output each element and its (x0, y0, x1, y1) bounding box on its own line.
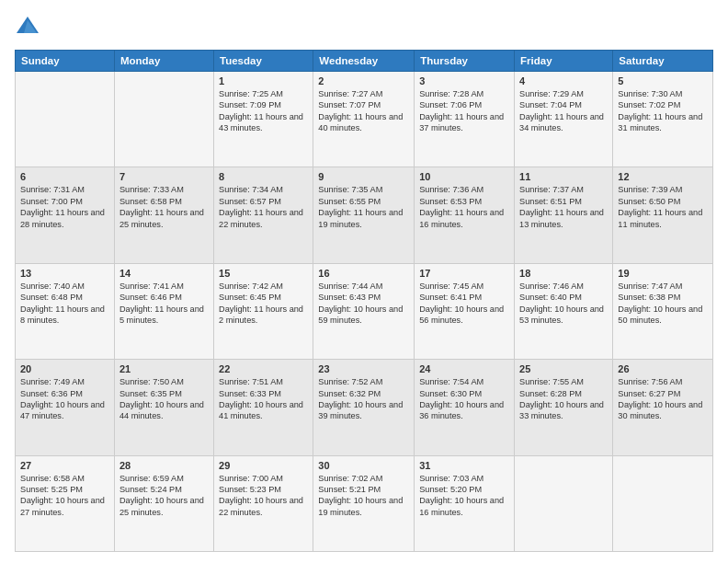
weekday-header-sunday: Sunday (16, 51, 115, 72)
day-number: 6 (20, 171, 109, 182)
day-number: 17 (419, 268, 509, 279)
day-number: 8 (219, 171, 308, 182)
calendar-week-1: 1Sunrise: 7:25 AM Sunset: 7:09 PM Daylig… (16, 72, 713, 167)
day-number: 1 (219, 75, 308, 86)
day-number: 9 (318, 171, 409, 182)
cell-info: Sunrise: 7:35 AM Sunset: 6:55 PM Dayligh… (318, 184, 409, 230)
calendar-cell (16, 72, 115, 167)
calendar-cell: 10Sunrise: 7:36 AM Sunset: 6:53 PM Dayli… (415, 167, 515, 263)
calendar-cell: 26Sunrise: 7:56 AM Sunset: 6:27 PM Dayli… (613, 360, 713, 455)
day-number: 5 (618, 75, 708, 86)
calendar-cell: 11Sunrise: 7:37 AM Sunset: 6:51 PM Dayli… (515, 167, 613, 263)
day-number: 10 (419, 171, 509, 182)
cell-info: Sunrise: 7:47 AM Sunset: 6:38 PM Dayligh… (618, 281, 708, 327)
cell-info: Sunrise: 7:28 AM Sunset: 7:06 PM Dayligh… (419, 88, 509, 134)
day-number: 2 (318, 75, 409, 86)
cell-info: Sunrise: 7:30 AM Sunset: 7:02 PM Dayligh… (618, 88, 708, 134)
cell-info: Sunrise: 7:02 AM Sunset: 5:21 PM Dayligh… (318, 473, 409, 519)
cell-info: Sunrise: 7:50 AM Sunset: 6:35 PM Dayligh… (119, 376, 209, 422)
day-number: 21 (119, 363, 209, 374)
day-number: 29 (219, 460, 308, 471)
day-number: 30 (318, 460, 409, 471)
calendar-week-2: 6Sunrise: 7:31 AM Sunset: 7:00 PM Daylig… (16, 167, 713, 263)
day-number: 4 (519, 75, 608, 86)
calendar-cell: 5Sunrise: 7:30 AM Sunset: 7:02 PM Daylig… (613, 72, 713, 167)
page: SundayMondayTuesdayWednesdayThursdayFrid… (0, 0, 728, 563)
calendar-cell: 1Sunrise: 7:25 AM Sunset: 7:09 PM Daylig… (214, 72, 313, 167)
cell-info: Sunrise: 7:49 AM Sunset: 6:36 PM Dayligh… (20, 376, 109, 422)
day-number: 18 (519, 268, 608, 279)
day-number: 27 (20, 460, 109, 471)
calendar-cell: 19Sunrise: 7:47 AM Sunset: 6:38 PM Dayli… (613, 263, 713, 359)
cell-info: Sunrise: 7:51 AM Sunset: 6:33 PM Dayligh… (219, 376, 308, 422)
calendar-cell: 16Sunrise: 7:44 AM Sunset: 6:43 PM Dayli… (313, 263, 415, 359)
calendar-cell: 18Sunrise: 7:46 AM Sunset: 6:40 PM Dayli… (515, 263, 613, 359)
calendar-cell: 17Sunrise: 7:45 AM Sunset: 6:41 PM Dayli… (415, 263, 515, 359)
logo-icon (15, 15, 40, 40)
calendar-week-5: 27Sunrise: 6:58 AM Sunset: 5:25 PM Dayli… (16, 455, 713, 551)
day-number: 12 (618, 171, 708, 182)
cell-info: Sunrise: 7:27 AM Sunset: 7:07 PM Dayligh… (318, 88, 409, 134)
calendar-table: SundayMondayTuesdayWednesdayThursdayFrid… (15, 50, 713, 552)
weekday-header-wednesday: Wednesday (313, 51, 415, 72)
cell-info: Sunrise: 7:40 AM Sunset: 6:48 PM Dayligh… (20, 281, 109, 327)
cell-info: Sunrise: 7:44 AM Sunset: 6:43 PM Dayligh… (318, 281, 409, 327)
day-number: 14 (119, 268, 209, 279)
calendar-cell (114, 72, 213, 167)
weekday-header-monday: Monday (114, 51, 213, 72)
calendar-cell: 12Sunrise: 7:39 AM Sunset: 6:50 PM Dayli… (613, 167, 713, 263)
calendar-cell: 8Sunrise: 7:34 AM Sunset: 6:57 PM Daylig… (214, 167, 313, 263)
day-number: 19 (618, 268, 708, 279)
cell-info: Sunrise: 7:00 AM Sunset: 5:23 PM Dayligh… (219, 473, 308, 519)
cell-info: Sunrise: 7:39 AM Sunset: 6:50 PM Dayligh… (618, 184, 708, 230)
calendar-cell: 9Sunrise: 7:35 AM Sunset: 6:55 PM Daylig… (313, 167, 415, 263)
calendar-cell: 4Sunrise: 7:29 AM Sunset: 7:04 PM Daylig… (515, 72, 613, 167)
weekday-header-friday: Friday (515, 51, 613, 72)
calendar-cell: 3Sunrise: 7:28 AM Sunset: 7:06 PM Daylig… (415, 72, 515, 167)
cell-info: Sunrise: 6:59 AM Sunset: 5:24 PM Dayligh… (119, 473, 209, 519)
calendar-cell: 20Sunrise: 7:49 AM Sunset: 6:36 PM Dayli… (16, 360, 115, 455)
cell-info: Sunrise: 7:45 AM Sunset: 6:41 PM Dayligh… (419, 281, 509, 327)
calendar-cell: 22Sunrise: 7:51 AM Sunset: 6:33 PM Dayli… (214, 360, 313, 455)
day-number: 15 (219, 268, 308, 279)
day-number: 13 (20, 268, 109, 279)
calendar-cell: 13Sunrise: 7:40 AM Sunset: 6:48 PM Dayli… (16, 263, 115, 359)
cell-info: Sunrise: 7:42 AM Sunset: 6:45 PM Dayligh… (219, 281, 308, 327)
day-number: 11 (519, 171, 608, 182)
calendar-cell: 7Sunrise: 7:33 AM Sunset: 6:58 PM Daylig… (114, 167, 213, 263)
calendar-cell: 21Sunrise: 7:50 AM Sunset: 6:35 PM Dayli… (114, 360, 213, 455)
day-number: 20 (20, 363, 109, 374)
calendar-cell: 31Sunrise: 7:03 AM Sunset: 5:20 PM Dayli… (415, 455, 515, 551)
cell-info: Sunrise: 7:03 AM Sunset: 5:20 PM Dayligh… (419, 473, 509, 519)
cell-info: Sunrise: 7:46 AM Sunset: 6:40 PM Dayligh… (519, 281, 608, 327)
logo (15, 15, 44, 40)
calendar-header: SundayMondayTuesdayWednesdayThursdayFrid… (16, 51, 713, 72)
calendar-cell: 25Sunrise: 7:55 AM Sunset: 6:28 PM Dayli… (515, 360, 613, 455)
cell-info: Sunrise: 7:55 AM Sunset: 6:28 PM Dayligh… (519, 376, 608, 422)
cell-info: Sunrise: 7:56 AM Sunset: 6:27 PM Dayligh… (618, 376, 708, 422)
day-number: 31 (419, 460, 509, 471)
calendar-cell: 6Sunrise: 7:31 AM Sunset: 7:00 PM Daylig… (16, 167, 115, 263)
day-number: 28 (119, 460, 209, 471)
cell-info: Sunrise: 7:41 AM Sunset: 6:46 PM Dayligh… (119, 281, 209, 327)
calendar-cell: 14Sunrise: 7:41 AM Sunset: 6:46 PM Dayli… (114, 263, 213, 359)
calendar-body: 1Sunrise: 7:25 AM Sunset: 7:09 PM Daylig… (16, 72, 713, 552)
cell-info: Sunrise: 7:54 AM Sunset: 6:30 PM Dayligh… (419, 376, 509, 422)
calendar-cell: 15Sunrise: 7:42 AM Sunset: 6:45 PM Dayli… (214, 263, 313, 359)
cell-info: Sunrise: 7:33 AM Sunset: 6:58 PM Dayligh… (119, 184, 209, 230)
cell-info: Sunrise: 7:29 AM Sunset: 7:04 PM Dayligh… (519, 88, 608, 134)
calendar-week-4: 20Sunrise: 7:49 AM Sunset: 6:36 PM Dayli… (16, 360, 713, 455)
calendar-cell: 2Sunrise: 7:27 AM Sunset: 7:07 PM Daylig… (313, 72, 415, 167)
day-number: 23 (318, 363, 409, 374)
cell-info: Sunrise: 7:31 AM Sunset: 7:00 PM Dayligh… (20, 184, 109, 230)
cell-info: Sunrise: 7:52 AM Sunset: 6:32 PM Dayligh… (318, 376, 409, 422)
calendar-cell (515, 455, 613, 551)
weekday-header-thursday: Thursday (415, 51, 515, 72)
calendar-cell: 28Sunrise: 6:59 AM Sunset: 5:24 PM Dayli… (114, 455, 213, 551)
calendar-cell: 30Sunrise: 7:02 AM Sunset: 5:21 PM Dayli… (313, 455, 415, 551)
cell-info: Sunrise: 7:37 AM Sunset: 6:51 PM Dayligh… (519, 184, 608, 230)
day-number: 24 (419, 363, 509, 374)
calendar-cell: 27Sunrise: 6:58 AM Sunset: 5:25 PM Dayli… (16, 455, 115, 551)
calendar-cell: 23Sunrise: 7:52 AM Sunset: 6:32 PM Dayli… (313, 360, 415, 455)
calendar-week-3: 13Sunrise: 7:40 AM Sunset: 6:48 PM Dayli… (16, 263, 713, 359)
